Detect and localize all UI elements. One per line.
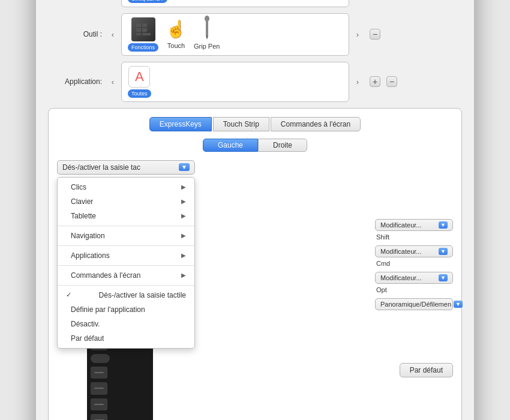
lr-tabs: Gauche Droite bbox=[57, 139, 453, 152]
tablet-btn-4 bbox=[91, 367, 107, 379]
ctrl-dropdown-3[interactable]: Modificateur... ▼ bbox=[375, 272, 453, 284]
ctrl-dropdown-1[interactable]: Modificateur... ▼ bbox=[375, 219, 453, 231]
grip-pen-icon bbox=[203, 19, 211, 41]
ctrl-sublabel-1: Shift bbox=[376, 233, 453, 241]
grip-pen-label: Grip Pen bbox=[194, 43, 220, 50]
dropdown-trigger[interactable]: Dés-/activer la saisie tac ▼ bbox=[57, 160, 195, 175]
svg-rect-18 bbox=[136, 33, 141, 35]
app-badge: Toutes bbox=[128, 89, 151, 98]
menu-navigation[interactable]: Navigation ▶ bbox=[58, 229, 194, 243]
ctrl-arrow-2: ▼ bbox=[439, 248, 448, 255]
par-defaut-button[interactable]: Par défaut bbox=[400, 363, 453, 377]
svg-rect-19 bbox=[142, 33, 151, 35]
menu-navigation-label: Navigation bbox=[71, 232, 105, 240]
svg-rect-17 bbox=[142, 28, 147, 32]
svg-rect-14 bbox=[136, 23, 141, 27]
menu-commandes-ecran[interactable]: Commandes à l'écran ▶ bbox=[58, 268, 194, 283]
fonctions-item: Fonctions bbox=[128, 17, 158, 52]
touch-item: ☝ Touch bbox=[166, 19, 187, 49]
dropdown-menu: Clics ▶ Clavier ▶ Tablette ▶ bbox=[57, 177, 195, 349]
application-container: A Toutes bbox=[121, 62, 349, 102]
menu-clavier-label: Clavier bbox=[71, 197, 93, 206]
desactiver-label: Dés-/activer la saisie tactile bbox=[99, 291, 186, 299]
menu-clavier[interactable]: Clavier ▶ bbox=[58, 194, 194, 209]
par-defaut-menu-label: Par défaut bbox=[71, 334, 104, 343]
ctrl-dropdown-4[interactable]: Panoramique/Défilemen ▼ bbox=[375, 298, 453, 310]
outil-minus[interactable]: − bbox=[370, 29, 380, 40]
svg-marker-22 bbox=[206, 36, 208, 40]
tablet-roller bbox=[91, 354, 110, 363]
tabs-row: ExpressKeys Touch Strip Commandes à l'éc… bbox=[57, 117, 453, 131]
tab-commandes-ecran[interactable]: Commandes à l'écran bbox=[271, 117, 361, 131]
commandes-arrow: ▶ bbox=[181, 272, 186, 278]
tablet-btn-6 bbox=[91, 398, 107, 410]
toutes-item: A Toutes bbox=[128, 66, 151, 98]
fonctions-badge: Fonctions bbox=[128, 43, 158, 52]
tab-expresskeys[interactable]: ExpressKeys bbox=[149, 117, 212, 131]
clics-arrow: ▶ bbox=[181, 184, 186, 190]
application-prev[interactable]: ‹ bbox=[107, 76, 119, 88]
dropdown-area: Dés-/activer la saisie tac ▼ Clics ▶ Cla… bbox=[57, 160, 368, 421]
menu-commandes-label: Commandes à l'écran bbox=[71, 271, 140, 280]
touch-label: Touch bbox=[167, 42, 185, 49]
tablet-btn-7 bbox=[91, 414, 107, 420]
navigation-arrow: ▶ bbox=[181, 232, 186, 239]
tab-touchstrip[interactable]: Touch Strip bbox=[213, 117, 269, 131]
main-window: ‹ › Tablette Wacom bbox=[36, 0, 474, 420]
outil-container: Fonctions ☝ Touch bbox=[121, 13, 349, 56]
menu-definie-application[interactable]: Définie par l'application bbox=[58, 302, 194, 317]
ctrl-sublabel-2: Cmd bbox=[376, 260, 453, 267]
menu-tablette-label: Tablette bbox=[71, 212, 96, 220]
ctrl-dropdown-2[interactable]: Modificateur... ▼ bbox=[375, 245, 453, 257]
ctrl-row-1: Modificateur... ▼ bbox=[375, 219, 453, 231]
menu-desactiv[interactable]: Désactiv. bbox=[58, 317, 194, 331]
application-minus[interactable]: − bbox=[386, 76, 397, 87]
tablette-arrow: ▶ bbox=[181, 212, 186, 219]
menu-applications[interactable]: Applications ▶ bbox=[58, 248, 194, 263]
fonctions-icon bbox=[131, 17, 155, 41]
content-area: Périph. : ‹ Cintiq 22HDT bbox=[36, 0, 474, 420]
ctrl-label-2: Modificateur... bbox=[380, 248, 421, 255]
menu-tablette[interactable]: Tablette ▶ bbox=[58, 209, 194, 223]
ctrl-arrow-4: ▼ bbox=[454, 301, 463, 308]
separator-1 bbox=[58, 226, 194, 226]
ctrl-arrow-1: ▼ bbox=[439, 221, 448, 229]
menu-clics-label: Clics bbox=[71, 183, 86, 191]
ctrl-row-4: Panoramique/Défilemen ▼ bbox=[375, 298, 453, 310]
separator-2 bbox=[58, 245, 194, 246]
periph-container: Cintiq 22HDT bbox=[121, 0, 349, 7]
applications-arrow: ▶ bbox=[181, 252, 186, 259]
periph-row: Périph. : ‹ Cintiq 22HDT bbox=[48, 0, 462, 7]
separator-3 bbox=[58, 265, 194, 266]
tab-gauche[interactable]: Gauche bbox=[203, 139, 258, 152]
application-plus[interactable]: + bbox=[370, 76, 380, 87]
ctrl-arrow-3: ▼ bbox=[439, 274, 448, 281]
menu-clics[interactable]: Clics ▶ bbox=[58, 180, 194, 194]
menu-desactiver-saisie[interactable]: Dés-/activer la saisie tactile bbox=[58, 288, 194, 302]
separator-4 bbox=[58, 285, 194, 286]
clavier-arrow: ▶ bbox=[181, 198, 186, 205]
outil-row: Outil : ‹ bbox=[48, 13, 462, 56]
outil-next[interactable]: › bbox=[352, 28, 364, 40]
tablet-btn-5 bbox=[91, 382, 107, 394]
application-nav: ‹ A Toutes › + − bbox=[107, 62, 397, 102]
panel-body: Dés-/activer la saisie tac ▼ Clics ▶ Cla… bbox=[57, 160, 453, 421]
application-row: Application: ‹ A Toutes › + − bbox=[48, 62, 462, 102]
svg-rect-21 bbox=[206, 20, 208, 36]
svg-rect-16 bbox=[136, 28, 141, 32]
application-label: Application: bbox=[48, 77, 102, 86]
ctrl-sublabel-3: Opt bbox=[376, 286, 453, 293]
definie-label: Définie par l'application bbox=[71, 305, 145, 314]
ctrl-row-3: Modificateur... ▼ bbox=[375, 272, 453, 284]
par-defaut-area: Par défaut bbox=[375, 363, 453, 380]
menu-par-defaut[interactable]: Par défaut bbox=[58, 331, 194, 346]
application-next[interactable]: › bbox=[352, 76, 364, 88]
svg-rect-15 bbox=[142, 23, 147, 27]
main-panel: ExpressKeys Touch Strip Commandes à l'éc… bbox=[48, 108, 462, 421]
ctrl-label-1: Modificateur... bbox=[380, 221, 421, 229]
right-controls: Modificateur... ▼ Shift Modificateur... … bbox=[375, 160, 453, 421]
outil-prev[interactable]: ‹ bbox=[107, 28, 119, 40]
tab-droite[interactable]: Droite bbox=[258, 139, 307, 152]
ctrl-label-3: Modificateur... bbox=[380, 274, 421, 281]
app-icon: A bbox=[128, 66, 150, 88]
